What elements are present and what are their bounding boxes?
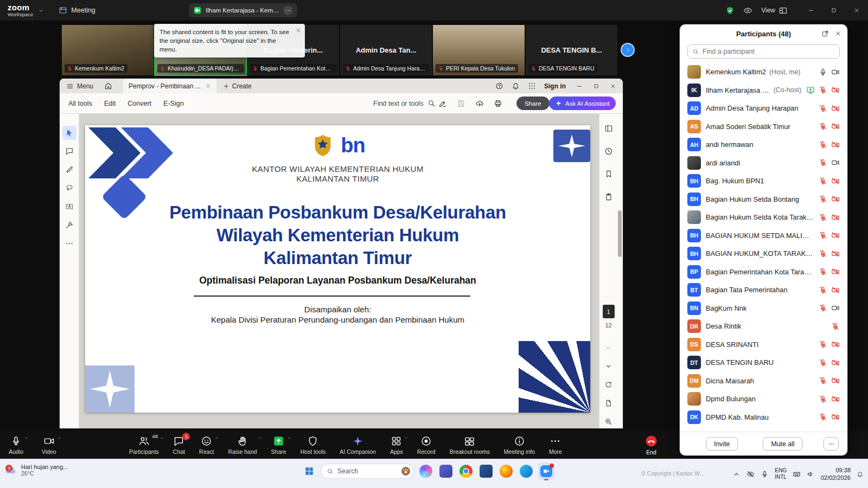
zoom-app-icon[interactable] xyxy=(538,463,554,479)
mute-all-button[interactable]: Mute all xyxy=(763,437,802,451)
acrobat-maximize-icon[interactable] xyxy=(593,83,599,89)
control-participants[interactable]: 48Participants xyxy=(126,431,162,459)
control-end[interactable]: End xyxy=(642,431,661,459)
notifications-icon[interactable] xyxy=(857,471,864,478)
participant-row[interactable]: Dpmd Bulungan xyxy=(683,390,844,408)
control-more[interactable]: More xyxy=(546,431,565,459)
upload-cloud-icon[interactable] xyxy=(475,99,484,108)
participant-row[interactable]: DTDESA TENGIN BARU xyxy=(683,354,844,372)
participant-row[interactable]: Kemenkum Kaltim2(Host, me) xyxy=(683,63,844,81)
scrollbar-thumb[interactable] xyxy=(618,210,622,257)
tray-mic-icon[interactable] xyxy=(761,470,769,478)
participant-row[interactable]: ardi ariandi xyxy=(683,154,844,172)
caret-up-icon[interactable] xyxy=(24,435,29,440)
notifications-bell-icon[interactable] xyxy=(512,82,520,90)
participant-row[interactable]: DSDESA SRINANTI xyxy=(683,336,844,354)
security-shield-icon[interactable] xyxy=(725,6,735,15)
control-host-tools[interactable]: Host tools xyxy=(297,431,329,459)
refresh-button[interactable] xyxy=(603,378,615,390)
weather-widget[interactable]: 3 Hari hujan yang... 26°C xyxy=(4,464,68,477)
add-comment-tool-button[interactable] xyxy=(62,144,76,158)
control-record[interactable]: Record xyxy=(414,431,439,459)
acrobat-nav-edit[interactable]: Edit xyxy=(104,100,116,107)
caret-up-icon[interactable] xyxy=(57,435,62,440)
office-app-icon[interactable] xyxy=(480,465,493,478)
collapse-down-button[interactable] xyxy=(603,360,615,372)
tab-meeting[interactable]: Meeting xyxy=(52,0,101,21)
close-tab-icon[interactable] xyxy=(205,83,211,89)
participant-row[interactable]: BNBagKum Nnk xyxy=(683,299,844,318)
edge-app-icon[interactable] xyxy=(520,465,533,478)
chevron-down-icon[interactable] xyxy=(37,7,44,14)
chrome-app-icon[interactable] xyxy=(459,465,473,478)
history-panel-button[interactable] xyxy=(602,144,616,158)
home-button[interactable] xyxy=(104,82,112,90)
control-breakout-rooms[interactable]: Breakout rooms xyxy=(446,431,493,459)
tab-options-button[interactable] xyxy=(283,5,293,15)
participant-row[interactable]: BHBAGIAN HUKUM_KOTA TARAKAN_KARTI... xyxy=(683,245,844,263)
fit-page-button[interactable] xyxy=(603,397,615,409)
popout-icon[interactable] xyxy=(821,30,829,37)
participant-row[interactable]: AHandi hermawan xyxy=(683,136,844,154)
volume-icon[interactable] xyxy=(807,470,815,478)
create-tab-button[interactable]: Create xyxy=(216,82,258,90)
acrobat-share-button[interactable]: Share xyxy=(516,97,550,110)
control-ai-companion[interactable]: AI Companion xyxy=(336,431,379,459)
close-button[interactable] xyxy=(845,0,868,21)
acrobat-nav-all-tools[interactable]: All tools xyxy=(68,100,92,107)
firefox-app-icon[interactable] xyxy=(500,465,513,478)
control-video[interactable]: Video xyxy=(39,431,60,459)
participant-search[interactable] xyxy=(687,44,840,59)
control-apps[interactable]: Apps xyxy=(387,431,406,459)
start-button[interactable] xyxy=(302,464,317,479)
find-text-tool[interactable]: Find text or tools xyxy=(373,99,436,107)
participant-row[interactable]: BHBag. Hukum BPN1 xyxy=(683,172,844,190)
participant-row[interactable]: BTBagian Tata Pemerintahan xyxy=(683,281,844,299)
request-signature-icon[interactable] xyxy=(438,99,447,108)
page-indicator[interactable]: 1 12 xyxy=(599,305,617,329)
help-icon[interactable] xyxy=(495,82,503,90)
participant-row[interactable]: BPBagian Pemerintahan Kota Tarakan xyxy=(683,263,844,281)
caret-up-icon[interactable] xyxy=(287,435,292,440)
participant-row[interactable]: IKIlham Kertarajasa - Keme...(Co-host) xyxy=(683,81,844,100)
caret-up-icon[interactable] xyxy=(404,435,409,440)
bookmarks-panel-button[interactable] xyxy=(602,167,616,181)
clock[interactable]: 09:38 02/02/2026 xyxy=(821,466,851,482)
hide-self-view-icon[interactable] xyxy=(743,6,752,15)
fill-sign-tool-button[interactable] xyxy=(62,218,76,232)
control-audio[interactable]: Audio xyxy=(5,431,27,459)
participant-row[interactable]: BHBAGIAN HUKUM SETDA MALINAU xyxy=(683,227,844,245)
video-tile-6[interactable]: DESA TENGIN B...DESA TENGIN BARU xyxy=(525,24,618,76)
copilot-app-icon[interactable] xyxy=(419,465,432,478)
participant-row[interactable]: ADAdmin Desa Tanjung Harapan xyxy=(683,99,844,118)
text-select-tool-button[interactable]: A xyxy=(62,200,76,214)
caret-up-icon[interactable] xyxy=(258,435,263,440)
teams-app-icon[interactable] xyxy=(439,465,452,478)
tray-chevron-icon[interactable] xyxy=(732,470,741,478)
toast-close-icon[interactable] xyxy=(295,27,302,34)
invite-button[interactable]: Invite xyxy=(706,437,738,451)
attachments-panel-button[interactable] xyxy=(602,190,616,204)
view-button[interactable]: View xyxy=(761,6,788,15)
filmstrip-next-button[interactable] xyxy=(621,43,635,57)
video-tile-1[interactable]: Kemenkum Kaltim2 xyxy=(61,24,154,76)
participant-row[interactable]: ASAmad Soderi Sebatik Timur xyxy=(683,118,844,136)
video-tile-4[interactable]: Admin Desa Tan...Admin Desa Tanjung Hara… xyxy=(340,24,432,76)
participant-row[interactable]: DMDicna Maisarah xyxy=(683,372,844,390)
print-icon[interactable] xyxy=(494,99,502,108)
acrobat-minimize-icon[interactable] xyxy=(576,83,583,89)
control-raise-hand[interactable]: Raise hand xyxy=(225,431,260,459)
active-meeting-tab[interactable]: Ilham Kertarajasa - Kemenkum Ka... xyxy=(189,3,297,17)
acrobat-menu-button[interactable]: Menu xyxy=(60,82,98,90)
document-tab[interactable]: Pemprov - Pembinaan ... xyxy=(123,79,216,93)
language-switcher[interactable]: ENG INTL xyxy=(775,467,787,480)
participant-search-input[interactable] xyxy=(703,48,835,55)
more-tools-button[interactable] xyxy=(62,236,76,251)
participant-row[interactable]: BHBagian Hukum Setda Bontang xyxy=(683,190,844,209)
apps-waffle-icon[interactable] xyxy=(528,82,536,90)
acrobat-nav-convert[interactable]: Convert xyxy=(127,100,151,107)
close-panel-icon[interactable] xyxy=(834,30,842,37)
minimize-button[interactable] xyxy=(800,0,822,21)
caret-up-icon[interactable] xyxy=(186,435,190,440)
participant-row[interactable]: DRDesa Rintik xyxy=(683,317,844,336)
